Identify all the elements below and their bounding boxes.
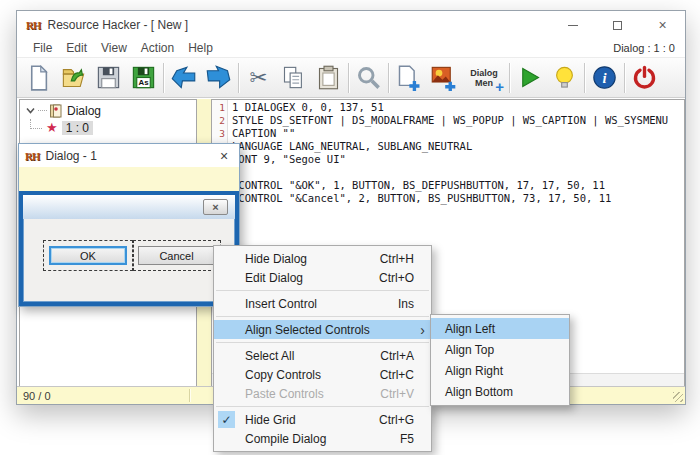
toolbar: As ✂ bbox=[17, 57, 685, 98]
new-button[interactable] bbox=[21, 61, 56, 95]
paste-button[interactable] bbox=[311, 61, 346, 95]
code-line: 7 CONTROL "&OK", 1, BUTTON, BS_DEFPUSHBU… bbox=[212, 179, 684, 192]
menu-item-insert-control[interactable]: Insert Control Ins bbox=[214, 294, 431, 313]
tree-connector bbox=[38, 110, 47, 111]
svg-text:i: i bbox=[602, 70, 606, 86]
menu-item-edit-dialog[interactable]: Edit Dialog Ctrl+O bbox=[214, 268, 431, 287]
save-as-button[interactable]: As bbox=[126, 61, 161, 95]
toolbar-separator bbox=[163, 63, 164, 93]
copy-button[interactable] bbox=[276, 61, 311, 95]
screenshot-root: RH Resource Hacker - [ New ] × File Edit… bbox=[0, 0, 700, 455]
close-button[interactable]: × bbox=[640, 11, 685, 39]
dialog-folder-icon bbox=[49, 104, 63, 118]
submenu-item-align-left[interactable]: Align Left bbox=[431, 318, 569, 339]
toolbar-separator bbox=[348, 63, 349, 93]
plus-icon: + bbox=[495, 82, 504, 92]
app-icon: RH bbox=[26, 19, 41, 31]
add-resource-button[interactable] bbox=[391, 61, 426, 95]
save-icon bbox=[95, 64, 122, 91]
menu-item-hide-dialog[interactable]: Hide Dialog Ctrl+H bbox=[214, 249, 431, 268]
context-menu: Hide Dialog Ctrl+H Edit Dialog Ctrl+O In… bbox=[213, 245, 432, 452]
status-text: 90 / 0 bbox=[23, 390, 51, 402]
menu-separator bbox=[216, 316, 429, 317]
edited-dialog-preview: × OK Cancel bbox=[19, 191, 239, 306]
window-title: Resource Hacker - [ New ] bbox=[48, 18, 189, 32]
code-line: 9} bbox=[212, 205, 684, 218]
open-button[interactable] bbox=[56, 61, 91, 95]
toolbar-separator bbox=[584, 63, 585, 93]
submenu-item-align-right[interactable]: Align Right bbox=[431, 360, 569, 381]
edited-dialog-close-icon: × bbox=[203, 199, 228, 215]
svg-text:✂: ✂ bbox=[250, 65, 268, 90]
dialog-editor-title: Dialog - 1 bbox=[46, 149, 97, 163]
hints-button[interactable] bbox=[547, 61, 582, 95]
find-button[interactable] bbox=[351, 61, 386, 95]
next-resource-button[interactable] bbox=[201, 61, 236, 95]
code-line: 8 CONTROL "&Cancel", 2, BUTTON, BS_PUSHB… bbox=[212, 192, 684, 205]
tree-node-dialog[interactable]: Dialog bbox=[20, 102, 196, 119]
menu-item-align-selected-controls[interactable]: Align Selected Controls › bbox=[214, 320, 431, 339]
cut-scissors-icon: ✂ bbox=[245, 64, 272, 91]
exit-button[interactable] bbox=[627, 61, 662, 95]
menu-action[interactable]: Action bbox=[134, 41, 181, 55]
save-as-icon: As bbox=[130, 64, 157, 91]
search-icon bbox=[355, 64, 382, 91]
cut-button[interactable]: ✂ bbox=[241, 61, 276, 95]
status-divider bbox=[189, 389, 190, 402]
svg-text:As: As bbox=[138, 78, 149, 87]
menu-help[interactable]: Help bbox=[181, 41, 220, 55]
resize-grip-icon[interactable] bbox=[673, 392, 683, 402]
menu-file[interactable]: File bbox=[26, 41, 59, 55]
run-button[interactable] bbox=[512, 61, 547, 95]
code-line: 4LANGUAGE LANG_NEUTRAL, SUBLANG_NEUTRAL bbox=[212, 140, 684, 153]
align-submenu: Align Left Align Top Align Right Align B… bbox=[430, 314, 570, 406]
submenu-item-align-bottom[interactable]: Align Bottom bbox=[431, 381, 569, 402]
toolbar-separator bbox=[388, 63, 389, 93]
close-icon: × bbox=[658, 18, 666, 32]
maximize-button[interactable] bbox=[595, 11, 640, 39]
toolbar-separator bbox=[238, 63, 239, 93]
maximize-icon bbox=[613, 21, 622, 30]
edited-dialog-titlebar: × bbox=[23, 195, 235, 219]
tree-node-label: Dialog bbox=[67, 104, 101, 118]
save-button[interactable] bbox=[91, 61, 126, 95]
app-icon: RH bbox=[25, 150, 40, 162]
add-dialog-menu-button[interactable]: Dialog Men + bbox=[461, 61, 507, 95]
code-line: 2STYLE DS_SETFONT | DS_MODALFRAME | WS_P… bbox=[212, 114, 684, 127]
menu-edit[interactable]: Edit bbox=[59, 41, 94, 55]
code-lines: 11 DIALOGEX 0, 0, 137, 51 2STYLE DS_SETF… bbox=[212, 100, 684, 218]
previous-resource-button[interactable] bbox=[166, 61, 201, 95]
resource-indicator: Dialog : 1 : 0 bbox=[613, 42, 685, 54]
dialog-editor-window: RH Dialog - 1 × × OK Cancel bbox=[18, 143, 240, 307]
menu-bar: File Edit View Action Help Dialog : 1 : … bbox=[17, 39, 685, 57]
menu-separator bbox=[216, 342, 429, 343]
menu-item-compile-dialog[interactable]: Compile Dialog F5 bbox=[214, 429, 431, 448]
add-dialog-label-line1: Dialog bbox=[470, 68, 498, 78]
info-icon: i bbox=[591, 64, 618, 91]
menu-view[interactable]: View bbox=[94, 41, 134, 55]
dialog-editor-titlebar[interactable]: RH Dialog - 1 × bbox=[19, 144, 239, 167]
about-button[interactable]: i bbox=[587, 61, 622, 95]
star-icon: ★ bbox=[46, 120, 58, 135]
tree-node-label-selected: 1 : 0 bbox=[62, 121, 93, 135]
add-resource-icon bbox=[395, 64, 422, 91]
title-bar[interactable]: RH Resource Hacker - [ New ] × bbox=[17, 11, 685, 39]
close-icon[interactable]: × bbox=[209, 144, 239, 167]
submenu-item-align-top[interactable]: Align Top bbox=[431, 339, 569, 360]
menu-item-paste-controls: Paste Controls Ctrl+V bbox=[214, 384, 431, 403]
tree-connector bbox=[30, 119, 42, 129]
toolbar-separator bbox=[624, 63, 625, 93]
menu-separator bbox=[216, 406, 429, 407]
new-document-icon bbox=[25, 64, 52, 91]
menu-item-hide-grid[interactable]: ✓ Hide Grid Ctrl+G bbox=[214, 410, 431, 429]
tree-node-resource[interactable]: ★ 1 : 0 bbox=[20, 119, 196, 136]
toolbar-separator bbox=[509, 63, 510, 93]
selection-marquee-cancel bbox=[133, 240, 221, 271]
menu-item-select-all[interactable]: Select All Ctrl+A bbox=[214, 346, 431, 365]
add-image-resource-button[interactable] bbox=[426, 61, 461, 95]
minimize-button[interactable] bbox=[550, 11, 595, 39]
menu-item-copy-controls[interactable]: Copy Controls Ctrl+C bbox=[214, 365, 431, 384]
submenu-arrow-icon: › bbox=[420, 320, 425, 339]
minimize-icon bbox=[568, 25, 578, 26]
add-dialog-label-line2: Men bbox=[475, 78, 493, 88]
